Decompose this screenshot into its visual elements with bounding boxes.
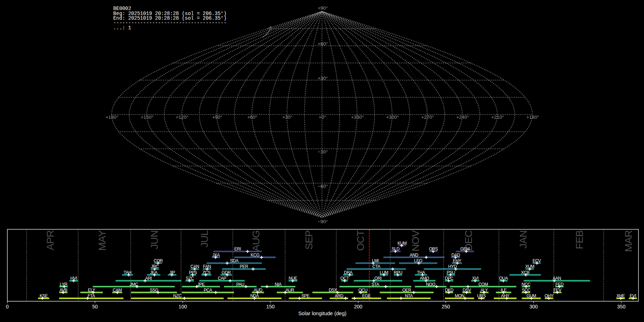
svg-text:...: 1: ...: 1	[113, 25, 131, 31]
svg-text:NIA: NIA	[275, 282, 282, 287]
svg-text:−90°: −90°	[318, 219, 328, 224]
svg-text:JEA: JEA	[150, 270, 157, 275]
svg-text:MAY: MAY	[96, 230, 108, 251]
svg-text:CAM: CAM	[113, 288, 122, 293]
svg-text:QUA: QUA	[499, 276, 508, 281]
svg-text:FEB: FEB	[574, 230, 585, 249]
svg-text:DKD: DKD	[445, 288, 454, 293]
svg-text:LMI: LMI	[372, 258, 379, 263]
svg-text:+90°: +90°	[212, 114, 222, 120]
svg-text:+270°: +270°	[421, 114, 434, 120]
svg-text:+180°: +180°	[106, 114, 118, 120]
svg-text:+330°: +330°	[351, 114, 364, 120]
svg-text:STA: STA	[372, 282, 379, 287]
svg-text:PSU: PSU	[447, 270, 455, 275]
svg-text:FAN: FAN	[203, 264, 211, 269]
svg-text:ARI: ARI	[145, 276, 152, 281]
svg-text:XVI: XVI	[472, 276, 478, 281]
svg-text:NTA: NTA	[405, 293, 413, 298]
svg-text:NCC: NCC	[522, 282, 531, 287]
svg-text:SDA: SDA	[230, 258, 239, 263]
svg-text:OER: OER	[402, 288, 411, 293]
svg-text:AUG: AUG	[250, 230, 262, 252]
svg-text:AND: AND	[410, 253, 419, 258]
svg-text:EGE: EGE	[362, 293, 371, 298]
svg-text:NOO: NOO	[426, 282, 435, 287]
svg-text:SCC: SCC	[522, 288, 531, 293]
svg-text:XUM: XUM	[525, 264, 535, 269]
svg-text:+240°: +240°	[456, 114, 469, 120]
svg-text:CAP: CAP	[218, 276, 226, 281]
svg-text:150: 150	[266, 304, 275, 309]
svg-text:GUM: GUM	[527, 293, 536, 298]
svg-text:CAN: CAN	[190, 264, 199, 269]
svg-text:SPE: SPE	[302, 293, 310, 298]
svg-text:ECV: ECV	[532, 258, 541, 263]
svg-text:DAD: DAD	[452, 253, 460, 258]
svg-text:0: 0	[6, 304, 9, 309]
svg-text:SSG: SSG	[150, 288, 158, 293]
svg-text:+150°: +150°	[141, 114, 153, 120]
svg-text:XHE: XHE	[616, 293, 625, 298]
svg-text:URS: URS	[477, 293, 486, 298]
svg-text:+120°: +120°	[176, 114, 189, 120]
svg-text:OCT: OCT	[340, 276, 349, 281]
svg-text:SZC: SZC	[186, 276, 194, 281]
svg-text:JUN: JUN	[148, 230, 160, 249]
svg-text:OCT: OCT	[355, 230, 366, 251]
svg-text:AVB: AVB	[59, 288, 67, 293]
svg-text:NOV: NOV	[410, 230, 421, 252]
svg-text:DRA: DRA	[344, 270, 352, 275]
svg-text:JMC: JMC	[130, 282, 138, 287]
svg-text:JAN: JAN	[517, 230, 529, 249]
svg-text:LYR: LYR	[60, 282, 68, 287]
svg-text:LUM: LUM	[380, 270, 388, 275]
svg-text:KCG: KCG	[251, 253, 260, 258]
svg-text:+60°: +60°	[318, 41, 328, 47]
svg-text:DSV: DSV	[463, 288, 471, 293]
svg-text:250: 250	[442, 304, 450, 309]
svg-text:XCB: XCB	[521, 270, 530, 275]
svg-text:SEP: SEP	[303, 230, 314, 250]
svg-text:MON: MON	[455, 293, 464, 298]
svg-text:FEV: FEV	[553, 288, 561, 293]
svg-text:DPC: DPC	[445, 276, 454, 281]
svg-text:CTA: CTA	[372, 264, 380, 269]
svg-text:HYD: HYD	[448, 264, 457, 269]
svg-text:ORI: ORI	[375, 276, 382, 281]
svg-text:ERI: ERI	[234, 247, 241, 252]
svg-text:JIP: JIP	[169, 270, 175, 275]
svg-text:MAR: MAR	[623, 230, 634, 252]
svg-text:JUL: JUL	[199, 230, 210, 248]
svg-text:AUD: AUD	[254, 288, 263, 293]
svg-text:+210°: +210°	[491, 114, 504, 120]
svg-text:ALY: ALY	[480, 288, 488, 293]
svg-text:PPS: PPS	[189, 270, 197, 275]
svg-text:EHY: EHY	[453, 258, 462, 263]
svg-text:AUR: AUR	[286, 288, 294, 293]
svg-text:OCU: OCU	[358, 288, 367, 293]
svg-text:FTA: FTA	[88, 293, 95, 298]
svg-text:+90°: +90°	[318, 5, 328, 11]
svg-text:TAH: TAH	[124, 270, 132, 275]
svg-text:JPE: JPE	[197, 282, 205, 287]
svg-text:ORS: ORS	[429, 247, 438, 252]
svg-text:ELY: ELY	[88, 288, 96, 293]
svg-text:FED: FED	[555, 282, 564, 287]
svg-text:ARD: ARD	[335, 293, 343, 298]
svg-text:+60°: +60°	[247, 114, 257, 120]
svg-text:50: 50	[92, 304, 98, 309]
svg-text:AMO: AMO	[420, 276, 429, 281]
svg-text:KUM: KUM	[397, 241, 407, 246]
svg-text:KSE: KSE	[40, 293, 48, 298]
svg-text:Solar longitude (deg): Solar longitude (deg)	[298, 311, 347, 316]
svg-text:ILE: ILE	[501, 288, 507, 293]
svg-text:APR: APR	[44, 230, 56, 250]
svg-text:GDR: GDR	[222, 270, 231, 275]
svg-text:PER: PER	[240, 264, 248, 269]
svg-text:+0°: +0°	[319, 114, 326, 120]
svg-text:EVI: EVI	[630, 293, 636, 298]
svg-text:THA: THA	[417, 270, 425, 275]
svg-text:JXA: JXA	[212, 253, 220, 258]
svg-text:COR: COR	[154, 258, 163, 263]
